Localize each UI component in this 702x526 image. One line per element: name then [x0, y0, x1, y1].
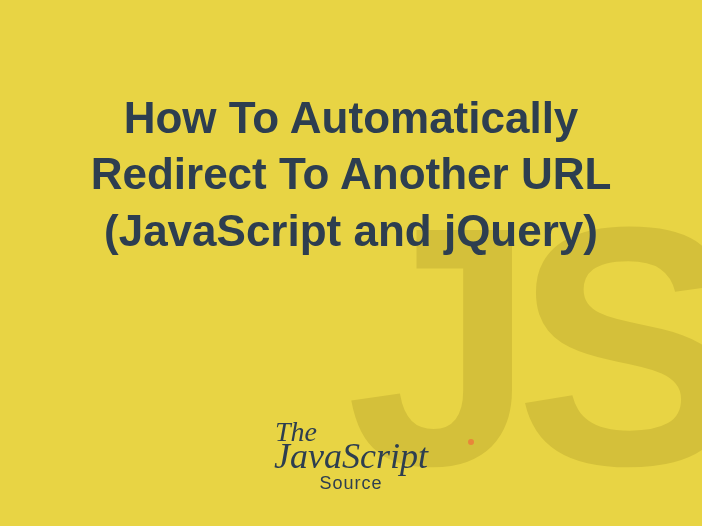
- logo-main-text: JavaScript: [274, 435, 428, 477]
- site-logo: The JavaScript Source: [274, 424, 428, 494]
- logo-accent-dot: [468, 439, 474, 445]
- page-title: How To Automatically Redirect To Another…: [41, 90, 661, 259]
